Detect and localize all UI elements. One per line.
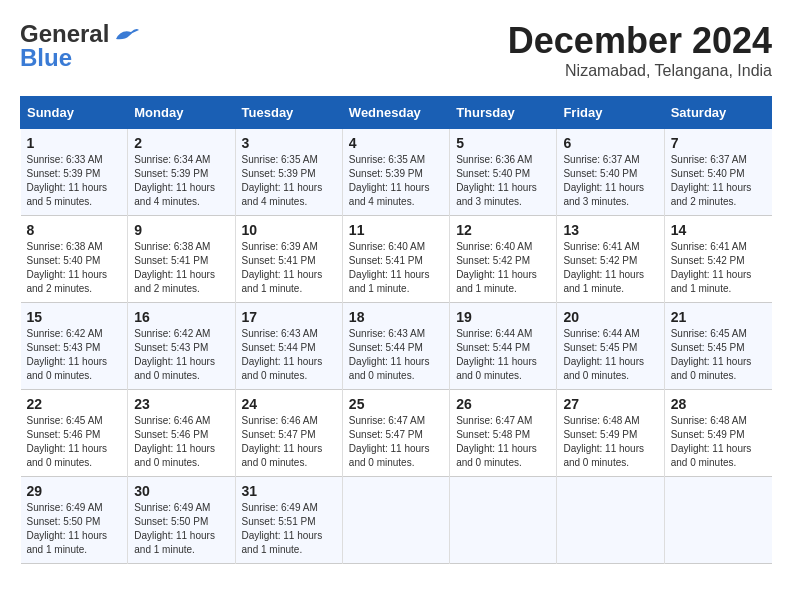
day-info: Sunrise: 6:35 AM Sunset: 5:39 PM Dayligh…	[349, 153, 443, 209]
table-row: 25 Sunrise: 6:47 AM Sunset: 5:47 PM Dayl…	[342, 390, 449, 477]
day-number: 25	[349, 396, 443, 412]
day-info: Sunrise: 6:37 AM Sunset: 5:40 PM Dayligh…	[671, 153, 766, 209]
day-number: 10	[242, 222, 336, 238]
month-title: December 2024	[508, 20, 772, 62]
table-row: 21 Sunrise: 6:45 AM Sunset: 5:45 PM Dayl…	[664, 303, 771, 390]
table-row	[557, 477, 664, 564]
calendar-row: 8 Sunrise: 6:38 AM Sunset: 5:40 PM Dayli…	[21, 216, 772, 303]
day-number: 5	[456, 135, 550, 151]
logo-bird-icon	[111, 24, 141, 44]
day-info: Sunrise: 6:49 AM Sunset: 5:50 PM Dayligh…	[134, 501, 228, 557]
table-row: 15 Sunrise: 6:42 AM Sunset: 5:43 PM Dayl…	[21, 303, 128, 390]
table-row: 30 Sunrise: 6:49 AM Sunset: 5:50 PM Dayl…	[128, 477, 235, 564]
day-info: Sunrise: 6:44 AM Sunset: 5:45 PM Dayligh…	[563, 327, 657, 383]
table-row: 8 Sunrise: 6:38 AM Sunset: 5:40 PM Dayli…	[21, 216, 128, 303]
day-info: Sunrise: 6:41 AM Sunset: 5:42 PM Dayligh…	[671, 240, 766, 296]
weekday-header-row: Sunday Monday Tuesday Wednesday Thursday…	[21, 97, 772, 129]
day-info: Sunrise: 6:43 AM Sunset: 5:44 PM Dayligh…	[349, 327, 443, 383]
table-row: 29 Sunrise: 6:49 AM Sunset: 5:50 PM Dayl…	[21, 477, 128, 564]
calendar-row: 15 Sunrise: 6:42 AM Sunset: 5:43 PM Dayl…	[21, 303, 772, 390]
day-number: 30	[134, 483, 228, 499]
day-number: 14	[671, 222, 766, 238]
day-number: 26	[456, 396, 550, 412]
day-info: Sunrise: 6:36 AM Sunset: 5:40 PM Dayligh…	[456, 153, 550, 209]
day-number: 17	[242, 309, 336, 325]
day-number: 31	[242, 483, 336, 499]
day-number: 15	[27, 309, 122, 325]
header-sunday: Sunday	[21, 97, 128, 129]
day-info: Sunrise: 6:46 AM Sunset: 5:47 PM Dayligh…	[242, 414, 336, 470]
logo: General Blue	[20, 20, 141, 72]
table-row: 16 Sunrise: 6:42 AM Sunset: 5:43 PM Dayl…	[128, 303, 235, 390]
header-tuesday: Tuesday	[235, 97, 342, 129]
table-row: 5 Sunrise: 6:36 AM Sunset: 5:40 PM Dayli…	[450, 129, 557, 216]
day-info: Sunrise: 6:45 AM Sunset: 5:45 PM Dayligh…	[671, 327, 766, 383]
table-row: 12 Sunrise: 6:40 AM Sunset: 5:42 PM Dayl…	[450, 216, 557, 303]
day-info: Sunrise: 6:38 AM Sunset: 5:41 PM Dayligh…	[134, 240, 228, 296]
day-info: Sunrise: 6:35 AM Sunset: 5:39 PM Dayligh…	[242, 153, 336, 209]
day-number: 1	[27, 135, 122, 151]
day-number: 2	[134, 135, 228, 151]
table-row: 28 Sunrise: 6:48 AM Sunset: 5:49 PM Dayl…	[664, 390, 771, 477]
day-info: Sunrise: 6:48 AM Sunset: 5:49 PM Dayligh…	[671, 414, 766, 470]
day-info: Sunrise: 6:42 AM Sunset: 5:43 PM Dayligh…	[27, 327, 122, 383]
table-row	[664, 477, 771, 564]
header-wednesday: Wednesday	[342, 97, 449, 129]
day-info: Sunrise: 6:42 AM Sunset: 5:43 PM Dayligh…	[134, 327, 228, 383]
table-row: 10 Sunrise: 6:39 AM Sunset: 5:41 PM Dayl…	[235, 216, 342, 303]
day-number: 24	[242, 396, 336, 412]
calendar-table: Sunday Monday Tuesday Wednesday Thursday…	[20, 96, 772, 564]
day-number: 13	[563, 222, 657, 238]
day-info: Sunrise: 6:44 AM Sunset: 5:44 PM Dayligh…	[456, 327, 550, 383]
calendar-row: 1 Sunrise: 6:33 AM Sunset: 5:39 PM Dayli…	[21, 129, 772, 216]
table-row: 7 Sunrise: 6:37 AM Sunset: 5:40 PM Dayli…	[664, 129, 771, 216]
table-row: 19 Sunrise: 6:44 AM Sunset: 5:44 PM Dayl…	[450, 303, 557, 390]
table-row: 27 Sunrise: 6:48 AM Sunset: 5:49 PM Dayl…	[557, 390, 664, 477]
day-number: 8	[27, 222, 122, 238]
day-number: 19	[456, 309, 550, 325]
day-number: 12	[456, 222, 550, 238]
day-info: Sunrise: 6:47 AM Sunset: 5:47 PM Dayligh…	[349, 414, 443, 470]
day-info: Sunrise: 6:34 AM Sunset: 5:39 PM Dayligh…	[134, 153, 228, 209]
day-number: 11	[349, 222, 443, 238]
day-info: Sunrise: 6:39 AM Sunset: 5:41 PM Dayligh…	[242, 240, 336, 296]
day-number: 29	[27, 483, 122, 499]
day-number: 18	[349, 309, 443, 325]
table-row: 9 Sunrise: 6:38 AM Sunset: 5:41 PM Dayli…	[128, 216, 235, 303]
table-row: 1 Sunrise: 6:33 AM Sunset: 5:39 PM Dayli…	[21, 129, 128, 216]
day-info: Sunrise: 6:45 AM Sunset: 5:46 PM Dayligh…	[27, 414, 122, 470]
header-monday: Monday	[128, 97, 235, 129]
location: Nizamabad, Telangana, India	[508, 62, 772, 80]
day-number: 22	[27, 396, 122, 412]
day-info: Sunrise: 6:46 AM Sunset: 5:46 PM Dayligh…	[134, 414, 228, 470]
table-row: 11 Sunrise: 6:40 AM Sunset: 5:41 PM Dayl…	[342, 216, 449, 303]
day-number: 4	[349, 135, 443, 151]
day-info: Sunrise: 6:40 AM Sunset: 5:41 PM Dayligh…	[349, 240, 443, 296]
page-header: General Blue December 2024 Nizamabad, Te…	[20, 20, 772, 80]
day-number: 3	[242, 135, 336, 151]
day-info: Sunrise: 6:49 AM Sunset: 5:50 PM Dayligh…	[27, 501, 122, 557]
header-thursday: Thursday	[450, 97, 557, 129]
day-info: Sunrise: 6:38 AM Sunset: 5:40 PM Dayligh…	[27, 240, 122, 296]
table-row: 31 Sunrise: 6:49 AM Sunset: 5:51 PM Dayl…	[235, 477, 342, 564]
table-row: 20 Sunrise: 6:44 AM Sunset: 5:45 PM Dayl…	[557, 303, 664, 390]
day-number: 7	[671, 135, 766, 151]
table-row: 17 Sunrise: 6:43 AM Sunset: 5:44 PM Dayl…	[235, 303, 342, 390]
calendar-row: 29 Sunrise: 6:49 AM Sunset: 5:50 PM Dayl…	[21, 477, 772, 564]
day-number: 21	[671, 309, 766, 325]
table-row: 24 Sunrise: 6:46 AM Sunset: 5:47 PM Dayl…	[235, 390, 342, 477]
day-info: Sunrise: 6:47 AM Sunset: 5:48 PM Dayligh…	[456, 414, 550, 470]
logo-blue: Blue	[20, 44, 72, 72]
day-number: 6	[563, 135, 657, 151]
table-row: 23 Sunrise: 6:46 AM Sunset: 5:46 PM Dayl…	[128, 390, 235, 477]
table-row: 13 Sunrise: 6:41 AM Sunset: 5:42 PM Dayl…	[557, 216, 664, 303]
day-info: Sunrise: 6:37 AM Sunset: 5:40 PM Dayligh…	[563, 153, 657, 209]
day-number: 28	[671, 396, 766, 412]
table-row: 22 Sunrise: 6:45 AM Sunset: 5:46 PM Dayl…	[21, 390, 128, 477]
table-row: 2 Sunrise: 6:34 AM Sunset: 5:39 PM Dayli…	[128, 129, 235, 216]
table-row: 3 Sunrise: 6:35 AM Sunset: 5:39 PM Dayli…	[235, 129, 342, 216]
day-number: 16	[134, 309, 228, 325]
table-row	[450, 477, 557, 564]
table-row: 26 Sunrise: 6:47 AM Sunset: 5:48 PM Dayl…	[450, 390, 557, 477]
header-saturday: Saturday	[664, 97, 771, 129]
